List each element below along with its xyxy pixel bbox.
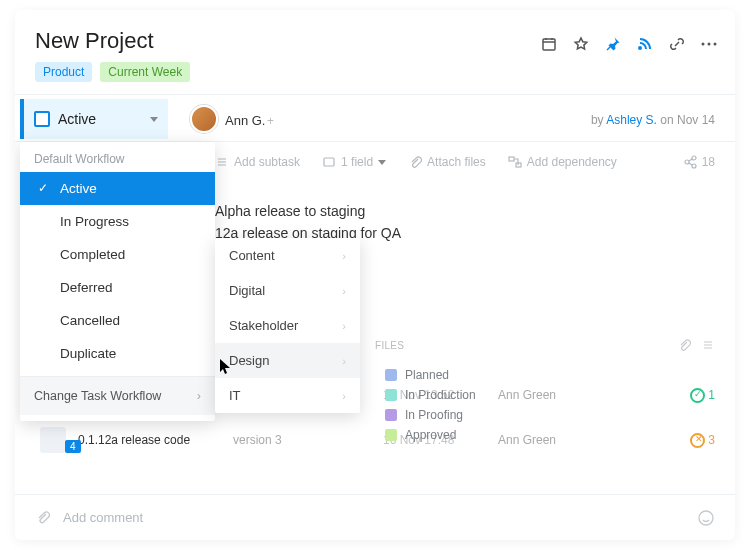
- chevron-right-icon: ›: [342, 250, 346, 262]
- workflow-option-design[interactable]: Design›: [215, 343, 360, 378]
- chevron-down-icon: [150, 117, 158, 122]
- attach-files-button[interactable]: Attach files: [408, 155, 486, 169]
- status-option-cancelled[interactable]: Cancelled: [20, 304, 215, 337]
- calendar-icon[interactable]: [541, 36, 557, 52]
- task-toolbar: Add subtask 1 field Attach files Add dep…: [215, 155, 715, 169]
- assignee-name: Ann G.: [225, 113, 265, 128]
- swatch-in-proofing: [385, 409, 397, 421]
- swatch-in-production: [385, 389, 397, 401]
- swatch-approved: [385, 429, 397, 441]
- status-legend: Planned In Production In Proofing Approv…: [385, 365, 515, 445]
- file-thumbnail-icon: [40, 427, 66, 453]
- files-section-header: FILES: [375, 340, 404, 351]
- workflow-option-it[interactable]: IT›: [215, 378, 360, 413]
- tag-product[interactable]: Product: [35, 62, 92, 82]
- status-option-duplicate[interactable]: Duplicate: [20, 337, 215, 370]
- byline: by Ashley S. on Nov 14: [591, 113, 715, 127]
- svg-point-3: [714, 43, 717, 46]
- files-toolbar: [677, 338, 715, 352]
- status-option-in-progress[interactable]: In Progress: [20, 205, 215, 238]
- comment-bar: [15, 494, 735, 540]
- svg-point-9: [692, 164, 696, 168]
- file-row[interactable]: 0.1.12a release code version 3 16 Nov 17…: [40, 420, 715, 460]
- more-icon[interactable]: [701, 36, 717, 52]
- cursor-icon: [219, 358, 233, 376]
- workflow-submenu: Content› Digital› Stakeholder› Design› I…: [215, 238, 360, 413]
- status-option-active[interactable]: Active: [20, 172, 215, 205]
- svg-point-10: [699, 511, 713, 525]
- paperclip-icon[interactable]: [35, 510, 51, 526]
- check-circle-icon: [690, 388, 705, 403]
- star-icon[interactable]: [573, 36, 589, 52]
- comment-count-badge: 4: [65, 440, 81, 453]
- workflow-option-content[interactable]: Content›: [215, 238, 360, 273]
- add-assignee-button[interactable]: +: [267, 114, 274, 128]
- svg-rect-5: [509, 157, 514, 161]
- file-status: 3: [690, 433, 715, 448]
- header-action-bar: [541, 36, 717, 52]
- comment-input[interactable]: [63, 510, 697, 525]
- rss-icon[interactable]: [637, 36, 653, 52]
- author-link[interactable]: Ashley S.: [606, 113, 657, 127]
- svg-point-7: [685, 160, 689, 164]
- tag-list: Product Current Week: [35, 62, 190, 82]
- chevron-down-icon: [378, 160, 386, 165]
- complete-checkbox[interactable]: [34, 111, 50, 127]
- svg-point-1: [702, 43, 705, 46]
- share-button[interactable]: 18: [683, 155, 715, 169]
- status-label: Active: [58, 111, 142, 127]
- add-dependency-button[interactable]: Add dependency: [508, 155, 617, 169]
- menu-section-header: Default Workflow: [20, 142, 215, 172]
- svg-rect-4: [324, 158, 334, 166]
- chevron-right-icon: ›: [342, 390, 346, 402]
- emoji-icon[interactable]: [697, 509, 715, 527]
- pin-icon[interactable]: [605, 36, 621, 52]
- chevron-right-icon: ›: [342, 355, 346, 367]
- x-circle-icon: [690, 433, 705, 448]
- status-selector[interactable]: Active: [20, 99, 168, 139]
- change-workflow-button[interactable]: Change Task Workflow ›: [20, 376, 215, 415]
- custom-fields-button[interactable]: 1 field: [322, 155, 386, 169]
- link-icon[interactable]: [669, 36, 685, 52]
- chevron-right-icon: ›: [342, 320, 346, 332]
- status-dropdown-menu: Default Workflow Active In Progress Comp…: [20, 142, 215, 421]
- svg-point-8: [692, 156, 696, 160]
- file-status: 1: [690, 388, 715, 403]
- workflow-option-digital[interactable]: Digital›: [215, 273, 360, 308]
- page-title: New Project: [35, 28, 154, 54]
- status-option-deferred[interactable]: Deferred: [20, 271, 215, 304]
- meta-row: Active Ann G. + by Ashley S. on Nov 14: [15, 94, 735, 142]
- list-view-icon[interactable]: [701, 338, 715, 352]
- swatch-planned: [385, 369, 397, 381]
- assignee-avatar[interactable]: [190, 105, 218, 133]
- chevron-right-icon: ›: [197, 389, 201, 403]
- chevron-right-icon: ›: [342, 285, 346, 297]
- workflow-option-stakeholder[interactable]: Stakeholder›: [215, 308, 360, 343]
- status-option-completed[interactable]: Completed: [20, 238, 215, 271]
- add-subtask-button[interactable]: Add subtask: [215, 155, 300, 169]
- tag-current-week[interactable]: Current Week: [100, 62, 190, 82]
- svg-rect-0: [543, 39, 555, 50]
- svg-point-2: [708, 43, 711, 46]
- paperclip-icon[interactable]: [677, 338, 691, 352]
